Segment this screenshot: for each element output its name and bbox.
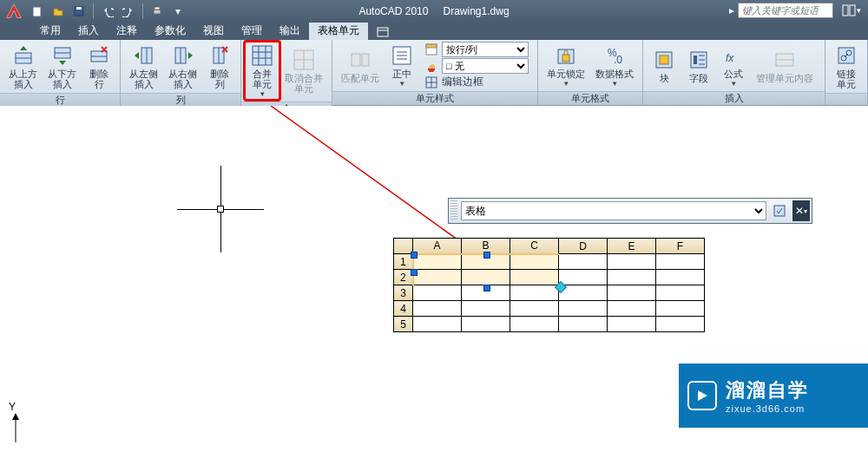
qat-separator (142, 3, 143, 19)
tab-table-cell[interactable]: 表格单元 (309, 21, 368, 40)
cell[interactable] (608, 285, 656, 301)
cell-lock-button[interactable]: 单元锁定▾ (542, 42, 590, 89)
grip-top-mid[interactable] (483, 252, 490, 259)
insert-row-below-button[interactable]: 从下方插入 (43, 42, 82, 91)
cell[interactable] (608, 317, 656, 332)
quick-select-icon[interactable] (769, 200, 790, 221)
col-header[interactable]: C (510, 239, 559, 254)
grip-top-left[interactable] (411, 252, 418, 259)
qat-save-icon[interactable] (69, 3, 89, 20)
delete-row-button[interactable]: 删除行 (82, 42, 116, 91)
manage-cell-content-button[interactable]: 管理单元内容 (751, 46, 819, 85)
cell[interactable] (608, 270, 656, 285)
merge-cells-button[interactable]: 合并单元▾ (245, 42, 279, 100)
cell[interactable] (608, 254, 656, 270)
cell[interactable] (559, 317, 608, 332)
object-type-dropdown[interactable]: 表格 (461, 201, 766, 220)
insert-formula-button[interactable]: fx公式▾ (716, 42, 751, 89)
svg-marker-62 (12, 413, 19, 420)
cell[interactable] (510, 270, 559, 285)
col-header[interactable]: A (413, 239, 462, 254)
insert-block-button[interactable]: 块 (647, 46, 681, 85)
border-icon[interactable] (424, 75, 438, 89)
cell[interactable] (510, 301, 559, 317)
col-header[interactable]: F (656, 239, 705, 254)
cell[interactable] (608, 301, 656, 317)
cell[interactable] (559, 254, 608, 270)
svg-marker-63 (698, 390, 707, 401)
insert-row-above-button[interactable]: 从上方插入 (3, 42, 43, 91)
row-header[interactable]: 3 (394, 285, 413, 301)
tab-annotate[interactable]: 注释 (108, 21, 146, 40)
qat-print-icon[interactable] (148, 3, 167, 20)
cell[interactable] (462, 270, 510, 285)
cell[interactable] (559, 301, 608, 317)
toolbar-grip[interactable] (450, 200, 457, 221)
tab-manage[interactable]: 管理 (233, 21, 271, 40)
col-header[interactable]: E (608, 239, 656, 254)
bg-fill-dropdown[interactable]: □ 无 (442, 58, 529, 74)
row-header[interactable]: 4 (394, 301, 413, 317)
cell[interactable] (413, 254, 462, 270)
qat-undo-icon[interactable] (98, 3, 117, 20)
tab-view[interactable]: 视图 (194, 21, 233, 40)
quick-access-toolbar: ▾ (28, 3, 187, 20)
cell[interactable] (510, 285, 559, 301)
cell[interactable] (656, 317, 705, 332)
infocenter-icon[interactable]: ▾ (842, 3, 861, 18)
cell[interactable] (656, 301, 705, 317)
tab-overflow-icon[interactable] (373, 24, 392, 40)
cell[interactable] (413, 317, 462, 332)
grip-bottom-mid[interactable] (483, 285, 490, 292)
tab-insert[interactable]: 插入 (69, 21, 108, 40)
unmerge-cells-button[interactable]: 取消合并单元 (279, 46, 328, 95)
search-arrow-icon: ▸ (729, 4, 734, 16)
cell[interactable] (413, 270, 462, 285)
cell[interactable] (656, 254, 705, 270)
svg-rect-36 (426, 44, 437, 48)
panel-cell-format: 单元锁定▾ %.0数据格式▾ 单元格式 (538, 40, 643, 105)
cell[interactable] (656, 285, 705, 301)
tab-home[interactable]: 常用 (31, 21, 69, 40)
delete-col-button[interactable]: 删除列 (202, 42, 237, 91)
qat-dropdown-icon[interactable]: ▾ (168, 3, 187, 20)
quick-properties-bar[interactable]: 表格 ✕▾ (448, 198, 812, 224)
edit-border-label[interactable]: 编辑边框 (442, 75, 483, 89)
app-logo[interactable] (3, 1, 24, 22)
cell[interactable] (510, 254, 559, 270)
insert-field-button[interactable]: 字段 (681, 46, 716, 85)
svg-text:.0: .0 (614, 54, 622, 66)
svg-rect-58 (774, 206, 785, 216)
rowcol-dropdown[interactable]: 按行/列 (442, 42, 529, 57)
qat-redo-icon[interactable] (119, 3, 138, 20)
align-middle-center-button[interactable]: 正中▾ (385, 42, 419, 89)
qat-new-icon[interactable] (28, 3, 47, 20)
svg-rect-47 (694, 56, 697, 64)
bg-color-icon[interactable] (424, 59, 438, 73)
qat-open-icon[interactable] (49, 3, 68, 20)
grip-left-mid[interactable] (411, 269, 418, 276)
cell[interactable] (413, 301, 462, 317)
insert-col-right-button[interactable]: 从右侧插入 (163, 42, 202, 91)
svg-rect-41 (562, 55, 569, 62)
cell[interactable] (413, 285, 462, 301)
cell[interactable] (559, 270, 608, 285)
data-format-button[interactable]: %.0数据格式▾ (590, 42, 639, 89)
close-panel-icon[interactable]: ✕▾ (792, 200, 810, 221)
row-header[interactable]: 5 (394, 317, 413, 332)
tab-output[interactable]: 输出 (271, 21, 309, 40)
svg-rect-6 (850, 5, 855, 16)
col-header[interactable]: D (559, 239, 608, 254)
insert-col-left-button[interactable]: 从左侧插入 (124, 42, 163, 91)
watermark: 溜溜自学 zixue.3d66.com (679, 364, 868, 428)
help-search-input[interactable] (738, 3, 833, 18)
link-cell-button[interactable]: 链接单元 (829, 42, 864, 91)
ribbon-tabs: 常用 插入 注释 参数化 视图 管理 输出 表格单元 (0, 23, 868, 40)
tab-parametric[interactable]: 参数化 (146, 21, 194, 40)
cell[interactable] (462, 301, 510, 317)
cell[interactable] (510, 317, 559, 332)
cell[interactable] (462, 317, 510, 332)
match-cell-button[interactable]: 匹配单元 (336, 46, 385, 85)
drawing-canvas[interactable]: 表格 ✕▾ A B C D E F 1 2 3 4 (0, 106, 868, 452)
cell[interactable] (656, 270, 705, 285)
